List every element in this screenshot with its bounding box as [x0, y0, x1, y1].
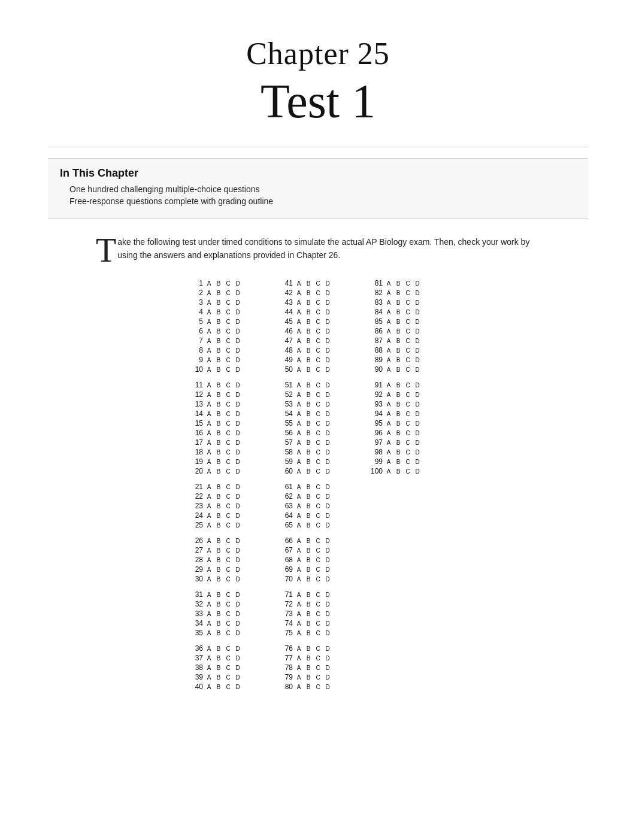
answer-letter-b: B [215, 382, 223, 389]
answer-letter-d: D [324, 319, 332, 325]
answer-letter-b: B [215, 319, 223, 325]
answer-row: 20ABCD [186, 467, 270, 475]
question-number: 8 [186, 346, 203, 354]
answer-letter-c: C [225, 674, 232, 681]
answer-letters: ABCD [295, 280, 332, 287]
answer-letter-d: D [414, 392, 422, 398]
answer-letter-d: D [414, 449, 422, 456]
answer-letters: ABCD [295, 645, 332, 652]
answer-letter-c: C [225, 645, 232, 652]
answer-letter-a: A [295, 592, 303, 598]
question-number: 33 [186, 609, 203, 618]
answer-letter-c: C [225, 611, 232, 617]
answer-letters: ABCD [205, 493, 242, 500]
answer-letter-d: D [234, 547, 242, 554]
answer-letter-b: B [215, 566, 223, 573]
answer-letters: ABCD [295, 674, 332, 681]
answer-letter-c: C [225, 522, 232, 529]
answer-letter-c: C [404, 366, 412, 373]
answer-row: 37ABCD [186, 654, 270, 662]
answer-letter-d: D [234, 459, 242, 465]
answer-letter-a: A [295, 513, 303, 519]
answer-row: 58ABCD [276, 448, 360, 456]
answer-row: 96ABCD [366, 429, 450, 437]
answer-letter-c: C [225, 392, 232, 398]
answer-letter-b: B [215, 338, 223, 344]
answer-letter-c: C [404, 420, 412, 427]
answer-letter-b: B [305, 538, 313, 544]
answer-letter-c: C [404, 439, 412, 446]
answer-letter-c: C [314, 566, 322, 573]
answer-letter-b: B [395, 319, 402, 325]
answer-letter-c: C [314, 557, 322, 563]
answer-letter-d: D [234, 299, 242, 306]
question-number: 11 [186, 381, 203, 389]
answer-letter-c: C [404, 357, 412, 363]
answer-letter-a: A [205, 538, 213, 544]
answer-letter-c: C [314, 459, 322, 465]
answer-letter-d: D [324, 439, 332, 446]
answer-letter-c: C [314, 338, 322, 344]
answer-letter-b: B [305, 392, 313, 398]
answer-letter-b: B [305, 601, 313, 608]
answer-letter-a: A [205, 665, 213, 671]
answer-letter-d: D [324, 665, 332, 671]
answer-row: 95ABCD [366, 419, 450, 427]
question-number: 1 [186, 279, 203, 287]
answer-letter-b: B [215, 493, 223, 500]
answer-letter-a: A [205, 493, 213, 500]
answer-letter-d: D [414, 290, 422, 296]
answer-letter-a: A [385, 366, 393, 373]
answer-letter-d: D [324, 513, 332, 519]
answer-letters: ABCD [205, 280, 242, 287]
chapter-title: Chapter 25 [48, 36, 588, 71]
list-item-1: One hundred challenging multiple-choice … [69, 184, 576, 194]
answer-letters: ABCD [205, 459, 242, 465]
answer-letter-c: C [314, 439, 322, 446]
answer-letters: ABCD [385, 338, 422, 344]
group-spacer [276, 638, 360, 644]
answer-letter-b: B [305, 655, 313, 662]
answer-letter-a: A [385, 382, 393, 389]
question-number: 54 [276, 410, 293, 418]
answer-letter-d: D [234, 449, 242, 456]
question-number: 71 [276, 590, 293, 599]
answer-letter-a: A [295, 411, 303, 417]
answer-letter-b: B [395, 290, 402, 296]
answer-letter-d: D [414, 468, 422, 475]
answer-letter-c: C [314, 503, 322, 510]
answer-letters: ABCD [385, 319, 422, 325]
answer-letter-b: B [395, 420, 402, 427]
answer-row: 17ABCD [186, 438, 270, 447]
answer-letter-b: B [215, 280, 223, 287]
answer-letter-c: C [225, 347, 232, 354]
answer-letters: ABCD [295, 319, 332, 325]
answer-row: 3ABCD [186, 298, 270, 307]
answer-column: 81ABCD82ABCD83ABCD84ABCD85ABCD86ABCD87AB… [366, 279, 450, 692]
answer-letter-b: B [305, 411, 313, 417]
answer-letters: ABCD [205, 576, 242, 583]
answer-letters: ABCD [205, 484, 242, 490]
question-number: 86 [366, 327, 383, 335]
answer-letter-c: C [314, 299, 322, 306]
question-number: 14 [186, 410, 203, 418]
question-number: 17 [186, 438, 203, 447]
question-number: 30 [186, 575, 203, 583]
answer-letter-a: A [205, 484, 213, 490]
answer-row: 64ABCD [276, 511, 360, 520]
question-number: 27 [186, 546, 203, 554]
answer-letter-a: A [205, 611, 213, 617]
answer-letter-d: D [234, 338, 242, 344]
question-number: 88 [366, 346, 383, 354]
answer-letter-d: D [324, 357, 332, 363]
answer-letter-c: C [225, 439, 232, 446]
answer-letter-d: D [324, 592, 332, 598]
answer-row: 66ABCD [276, 536, 360, 545]
answer-letter-c: C [225, 319, 232, 325]
answer-letter-b: B [305, 449, 313, 456]
answer-row: 61ABCD [276, 483, 360, 491]
answer-letters: ABCD [295, 620, 332, 627]
question-number: 51 [276, 381, 293, 389]
answer-letter-a: A [385, 357, 393, 363]
answer-letter-c: C [404, 290, 412, 296]
